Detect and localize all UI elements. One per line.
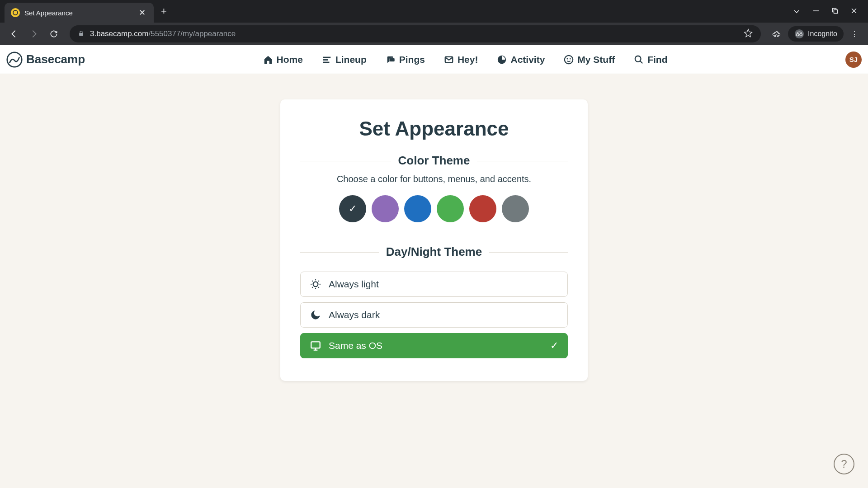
svg-point-6: [795, 29, 804, 38]
nav-mystuff[interactable]: My Stuff: [564, 54, 615, 65]
svg-point-18: [567, 58, 568, 59]
forward-button[interactable]: [26, 26, 42, 42]
svg-point-17: [565, 55, 573, 63]
window-controls: [793, 8, 868, 15]
theme-option-os[interactable]: Same as OS✓: [300, 333, 568, 358]
svg-line-27: [312, 281, 313, 282]
nav-label: Lineup: [335, 54, 367, 65]
svg-point-22: [313, 282, 318, 287]
day-night-heading: Day/Night Theme: [379, 245, 489, 259]
theme-option-light[interactable]: Always light: [300, 272, 568, 297]
nav-pings[interactable]: Pings: [386, 54, 425, 65]
page-title: Set Appearance: [300, 117, 568, 140]
lineup-icon: [322, 55, 332, 65]
svg-point-20: [635, 56, 641, 61]
extensions-button[interactable]: [769, 26, 784, 42]
logo-icon: [6, 52, 23, 68]
home-icon: [263, 55, 273, 65]
dark-icon: [310, 309, 321, 321]
hey-icon: [444, 55, 454, 65]
svg-line-28: [318, 287, 319, 288]
incognito-indicator[interactable]: Incognito: [788, 26, 844, 42]
swatch-red[interactable]: [469, 195, 496, 222]
color-swatches: ✓: [300, 195, 568, 222]
nav-lineup[interactable]: Lineup: [322, 54, 367, 65]
light-icon: [310, 278, 321, 290]
swatch-purple[interactable]: [372, 195, 399, 222]
swatch-dark[interactable]: ✓: [339, 195, 366, 222]
avatar-button[interactable]: SJ: [845, 52, 862, 68]
svg-rect-31: [311, 342, 320, 348]
favicon-icon: [11, 8, 20, 17]
browser-tab-strip: Set Appearance ✕ +: [0, 0, 868, 23]
help-button[interactable]: ?: [834, 454, 854, 474]
close-window-button[interactable]: [851, 8, 857, 15]
new-tab-button[interactable]: +: [154, 5, 174, 17]
os-icon: [310, 340, 321, 352]
nav-label: My Stuff: [577, 54, 615, 65]
search-icon: [634, 55, 644, 65]
color-theme-description: Choose a color for buttons, menus, and a…: [300, 174, 568, 184]
svg-rect-13: [323, 61, 330, 63]
bookmark-button[interactable]: [744, 28, 753, 39]
avatar-initials: SJ: [849, 56, 858, 63]
app-header: Basecamp Home Lineup Pings Hey! Activity…: [0, 45, 868, 74]
nav-label: Pings: [399, 54, 425, 65]
maximize-button[interactable]: [832, 8, 838, 15]
address-bar[interactable]: 3.basecamp.com/5550377/my/appearance: [70, 25, 761, 42]
logo-text: Basecamp: [26, 52, 85, 66]
nav-label: Hey!: [458, 54, 478, 65]
mystuff-icon: [564, 55, 574, 65]
color-theme-header: Color Theme: [300, 154, 568, 168]
svg-rect-11: [323, 56, 331, 58]
svg-rect-2: [834, 10, 838, 14]
swatch-gray[interactable]: [502, 195, 529, 222]
nav-activity[interactable]: Activity: [497, 54, 545, 65]
color-theme-heading: Color Theme: [391, 154, 477, 168]
tabs-dropdown-button[interactable]: [793, 8, 800, 15]
swatch-green[interactable]: [437, 195, 464, 222]
svg-line-29: [312, 287, 313, 288]
theme-option-label: Same as OS: [329, 340, 382, 351]
svg-point-19: [570, 58, 571, 59]
theme-option-label: Always light: [329, 279, 379, 290]
main-nav: Home Lineup Pings Hey! Activity My Stuff…: [85, 54, 845, 65]
minimize-button[interactable]: [813, 8, 819, 15]
basecamp-logo[interactable]: Basecamp: [6, 52, 85, 68]
nav-label: Home: [277, 54, 303, 65]
swatch-blue[interactable]: [404, 195, 431, 222]
nav-label: Find: [647, 54, 667, 65]
help-icon: ?: [841, 458, 847, 470]
close-tab-button[interactable]: ✕: [137, 8, 147, 18]
nav-home[interactable]: Home: [263, 54, 303, 65]
svg-line-30: [318, 281, 319, 282]
browser-tab[interactable]: Set Appearance ✕: [5, 3, 154, 23]
check-icon: ✓: [349, 203, 357, 215]
tab-title: Set Appearance: [24, 9, 132, 17]
url-text: 3.basecamp.com/5550377/my/appearance: [90, 29, 236, 38]
appearance-card: Set Appearance Color Theme Choose a colo…: [280, 99, 588, 381]
nav-find[interactable]: Find: [634, 54, 667, 65]
nav-hey[interactable]: Hey!: [444, 54, 478, 65]
toolbar-right: Incognito ⋮: [769, 26, 862, 42]
pings-icon: [386, 55, 396, 65]
back-button[interactable]: [6, 26, 22, 42]
browser-toolbar: 3.basecamp.com/5550377/my/appearance Inc…: [0, 23, 868, 45]
reload-button[interactable]: [46, 26, 61, 42]
lock-icon: [78, 30, 85, 38]
browser-menu-button[interactable]: ⋮: [847, 30, 862, 38]
incognito-label: Incognito: [808, 30, 837, 38]
check-icon: ✓: [550, 340, 558, 352]
nav-label: Activity: [510, 54, 545, 65]
activity-icon: [497, 55, 507, 65]
incognito-icon: [794, 29, 804, 39]
theme-options: Always lightAlways darkSame as OS✓: [300, 272, 568, 358]
svg-rect-14: [390, 58, 395, 61]
svg-line-21: [640, 61, 643, 63]
page-content: Set Appearance Color Theme Choose a colo…: [0, 74, 868, 381]
svg-rect-12: [323, 59, 328, 61]
svg-rect-5: [79, 33, 83, 35]
theme-option-dark[interactable]: Always dark: [300, 302, 568, 328]
theme-option-label: Always dark: [329, 310, 380, 320]
day-night-header: Day/Night Theme: [300, 245, 568, 259]
